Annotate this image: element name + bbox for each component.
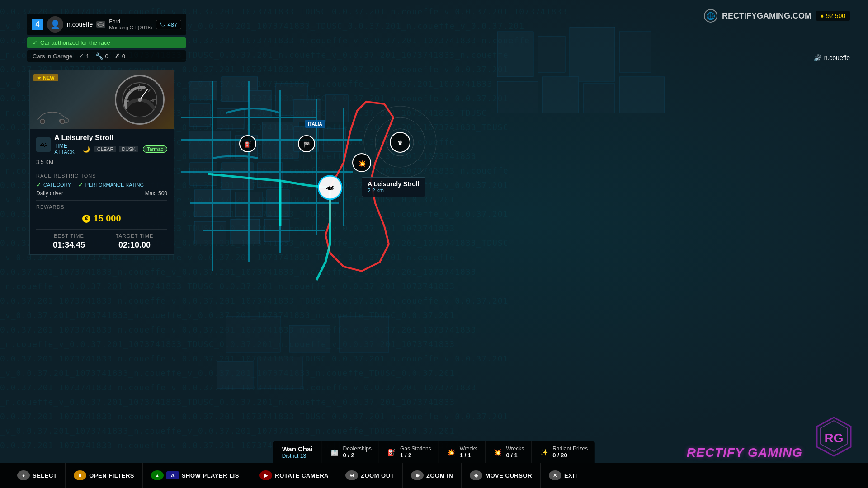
credit-icon: ♦ xyxy=(821,12,824,19)
race-type: TIME ATTACK xyxy=(54,143,78,155)
move-cursor-label: MOVE CURSOR xyxy=(485,472,532,479)
rotate-action[interactable]: ▶ ROTATE CAMERA xyxy=(251,463,337,488)
district-bar: Wan Chai District 13 🏢 Dealerships 0 / 2… xyxy=(273,441,595,463)
filters-action[interactable]: ■ OPEN FILTERS xyxy=(66,463,143,488)
credit-display: ♦ 92 500 xyxy=(816,11,850,21)
svg-text:💥: 💥 xyxy=(358,160,366,168)
wrecks-stat: 💥 Wrecks 1 / 1 xyxy=(439,441,486,463)
gas-stations-label: Gas Stations xyxy=(400,446,431,452)
svg-rect-4 xyxy=(249,90,271,117)
race-title-row: 🏎 A Leisurely Stroll TIME ATTACK 🌙 CLEAR… xyxy=(36,134,167,155)
dealerships-stat: 🏢 Dealerships 0 / 2 xyxy=(322,441,379,463)
target-time-value: 02:10.00 xyxy=(102,240,167,250)
player-info-row: 4 👤 n.coueffe Ford Mustang GT (2018) 🛡 4… xyxy=(27,14,186,35)
zoom-out-key: ⊖ xyxy=(345,470,358,480)
authorized-banner: ✓ Car authorized for the race xyxy=(27,37,186,48)
credit-icon: ₢ xyxy=(82,215,90,223)
map-tooltip: A Leisurely Stroll 2.2 km xyxy=(362,177,425,197)
wrench-icon: 🔧 xyxy=(95,52,103,60)
restrictions-row: ✓ CATEGORY ✓ PERFORMANCE RATING xyxy=(36,181,167,188)
district-subtitle: District 13 xyxy=(282,453,313,459)
radiant-info: Wrecks 0 / 1 xyxy=(506,446,524,459)
radiant-icon: 💥 xyxy=(492,447,502,457)
check-icon: ✓ xyxy=(36,181,42,188)
zoom-in-label: ZOOM IN xyxy=(426,472,453,479)
check-icon: ✓ xyxy=(33,39,38,46)
wrecks-label: Wrecks xyxy=(460,446,478,452)
svg-rect-16 xyxy=(231,219,260,244)
radiant-prizes-label: Radiant Prizes xyxy=(552,446,588,452)
zoom-out-action[interactable]: ⊖ ZOOM OUT xyxy=(337,463,403,488)
car-make: Ford xyxy=(109,19,152,25)
rotate-key: ▶ xyxy=(259,470,272,480)
exit-key: ✕ xyxy=(549,470,561,480)
tooltip-distance: 2.2 km xyxy=(368,188,420,194)
svg-text:40: 40 xyxy=(127,99,131,103)
condition-dusk: DUSK xyxy=(119,146,138,152)
player-name-top: 🔊 n.coueffe xyxy=(814,54,850,61)
svg-rect-6 xyxy=(190,131,231,158)
svg-rect-57 xyxy=(258,357,303,389)
filters-key: ■ xyxy=(74,470,86,480)
svg-text:🏁: 🏁 xyxy=(303,141,310,148)
svg-rect-11 xyxy=(258,163,283,188)
surface-badge: Tarmac xyxy=(143,145,167,153)
radiant-prizes-stat: ✨ Radiant Prizes 0 / 20 xyxy=(532,441,595,463)
radiant-count: 0 / 1 xyxy=(506,452,524,459)
rejected-count: 0 xyxy=(122,53,125,60)
svg-point-74 xyxy=(60,119,65,124)
radiant-label: Wrecks xyxy=(506,446,524,452)
svg-rect-54 xyxy=(289,325,330,352)
svg-text:ITALIA: ITALIA xyxy=(308,122,322,127)
radiant-stat: 💥 Wrecks 0 / 1 xyxy=(485,441,532,463)
brand-name: RECTIFYGAMING.COM xyxy=(722,11,811,21)
select-action[interactable]: ● SELECT xyxy=(9,463,66,488)
dealership-icon: 🏢 xyxy=(330,447,340,457)
player-list-action[interactable]: ▲ A SHOW PLAYER LIST xyxy=(143,463,251,488)
speaker-icon: 🔊 xyxy=(814,54,821,61)
svg-rect-48 xyxy=(619,32,651,72)
player-card: 4 👤 n.coueffe Ford Mustang GT (2018) 🛡 4… xyxy=(27,14,186,62)
player-list-key: ▲ xyxy=(151,470,164,480)
best-time-col: BEST TIME 01:34.45 xyxy=(36,233,102,250)
new-badge: NEW xyxy=(33,74,58,81)
player-name-display: n.coueffe xyxy=(824,54,850,61)
wrecks-info: Wrecks 1 / 1 xyxy=(460,446,478,459)
svg-rect-56 xyxy=(217,361,253,389)
select-key: ● xyxy=(17,470,30,480)
gas-stations-stat: ⛽ Gas Stations 1 / 2 xyxy=(379,441,439,463)
race-thumb: NEW 80 40 120 xyxy=(30,70,174,129)
svg-rect-47 xyxy=(570,27,615,81)
radiant-prizes-info: Radiant Prizes 0 / 20 xyxy=(552,446,588,459)
exit-action[interactable]: ✕ EXIT xyxy=(541,463,586,488)
svg-rect-53 xyxy=(226,316,280,352)
svg-rect-49 xyxy=(497,81,538,113)
zoom-in-action[interactable]: ⊕ ZOOM IN xyxy=(403,463,462,488)
speedometer: 80 40 120 xyxy=(115,75,165,125)
times-row: BEST TIME 01:34.45 TARGET TIME 02:10.00 xyxy=(36,233,167,250)
performance-restriction: ✓ PERFORMANCE RATING xyxy=(78,181,144,188)
svg-rect-45 xyxy=(497,32,533,77)
garage-pending: 🔧 0 xyxy=(95,52,108,60)
move-cursor-action[interactable]: ◈ MOVE CURSOR xyxy=(462,463,541,488)
gas-stations-count: 1 / 2 xyxy=(400,452,431,459)
player-avatar: 👤 xyxy=(47,16,63,33)
svg-rect-15 xyxy=(194,221,226,244)
authorized-text: Car authorized for the race xyxy=(40,39,110,46)
player-list-key-a: A xyxy=(166,471,179,479)
race-name: A Leisurely Stroll xyxy=(54,134,167,142)
race-panel-body: 🏎 A Leisurely Stroll TIME ATTACK 🌙 CLEAR… xyxy=(30,129,174,254)
bottom-bar: ● SELECT ■ OPEN FILTERS ▲ A SHOW PLAYER … xyxy=(0,463,868,488)
race-info: A Leisurely Stroll TIME ATTACK 🌙 CLEAR D… xyxy=(54,134,167,155)
gas-station-icon: ⛽ xyxy=(387,447,396,457)
svg-point-73 xyxy=(40,119,45,124)
garage-row: Cars in Garage ✓ 1 🔧 0 ✗ 0 xyxy=(27,50,186,62)
filters-label: OPEN FILTERS xyxy=(89,472,134,479)
district-name-col: Wan Chai District 13 xyxy=(273,441,322,463)
condition-clear: CLEAR xyxy=(94,146,117,152)
reward-amount: ₢ 15 000 xyxy=(36,211,167,225)
zoom-in-key: ⊕ xyxy=(411,470,424,480)
svg-text:120: 120 xyxy=(148,99,154,103)
svg-rect-19 xyxy=(326,95,348,122)
rotate-label: ROTATE CAMERA xyxy=(275,472,329,479)
